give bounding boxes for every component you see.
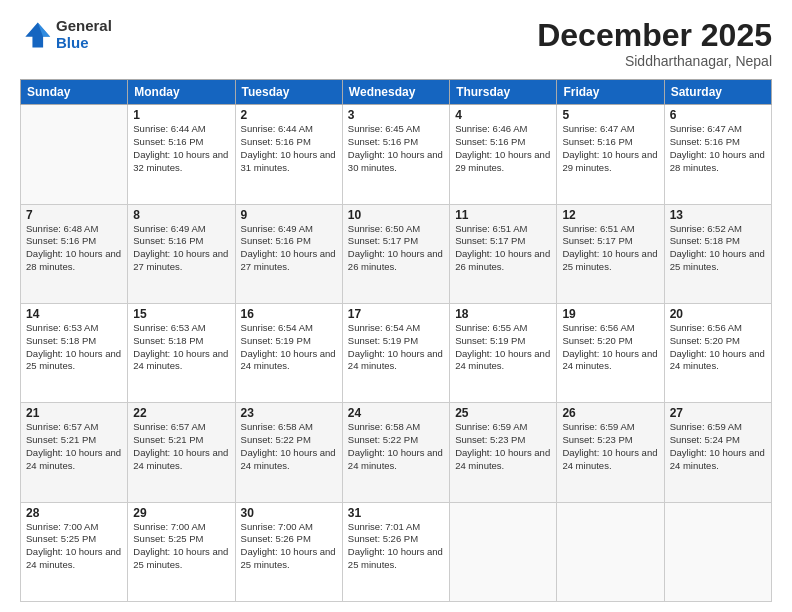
day-detail: Sunrise: 6:58 AMSunset: 5:22 PMDaylight:… xyxy=(348,421,444,472)
day-cell: 31Sunrise: 7:01 AMSunset: 5:26 PMDayligh… xyxy=(342,502,449,601)
day-detail: Sunrise: 6:54 AMSunset: 5:19 PMDaylight:… xyxy=(241,322,337,373)
day-detail: Sunrise: 6:49 AMSunset: 5:16 PMDaylight:… xyxy=(241,223,337,274)
day-cell: 26Sunrise: 6:59 AMSunset: 5:23 PMDayligh… xyxy=(557,403,664,502)
day-cell: 3Sunrise: 6:45 AMSunset: 5:16 PMDaylight… xyxy=(342,105,449,204)
day-detail: Sunrise: 6:57 AMSunset: 5:21 PMDaylight:… xyxy=(133,421,229,472)
day-detail: Sunrise: 6:59 AMSunset: 5:24 PMDaylight:… xyxy=(670,421,766,472)
header-day-sunday: Sunday xyxy=(21,80,128,105)
day-cell: 20Sunrise: 6:56 AMSunset: 5:20 PMDayligh… xyxy=(664,303,771,402)
day-detail: Sunrise: 6:52 AMSunset: 5:18 PMDaylight:… xyxy=(670,223,766,274)
day-cell: 17Sunrise: 6:54 AMSunset: 5:19 PMDayligh… xyxy=(342,303,449,402)
day-number: 21 xyxy=(26,406,122,420)
day-detail: Sunrise: 6:45 AMSunset: 5:16 PMDaylight:… xyxy=(348,123,444,174)
day-detail: Sunrise: 6:58 AMSunset: 5:22 PMDaylight:… xyxy=(241,421,337,472)
week-row-2: 14Sunrise: 6:53 AMSunset: 5:18 PMDayligh… xyxy=(21,303,772,402)
day-number: 17 xyxy=(348,307,444,321)
day-cell: 30Sunrise: 7:00 AMSunset: 5:26 PMDayligh… xyxy=(235,502,342,601)
day-cell: 21Sunrise: 6:57 AMSunset: 5:21 PMDayligh… xyxy=(21,403,128,502)
day-detail: Sunrise: 6:51 AMSunset: 5:17 PMDaylight:… xyxy=(562,223,658,274)
day-number: 13 xyxy=(670,208,766,222)
day-detail: Sunrise: 6:56 AMSunset: 5:20 PMDaylight:… xyxy=(670,322,766,373)
day-cell: 10Sunrise: 6:50 AMSunset: 5:17 PMDayligh… xyxy=(342,204,449,303)
day-number: 24 xyxy=(348,406,444,420)
title-block: December 2025 Siddharthanagar, Nepal xyxy=(537,18,772,69)
day-detail: Sunrise: 6:47 AMSunset: 5:16 PMDaylight:… xyxy=(562,123,658,174)
day-number: 18 xyxy=(455,307,551,321)
day-number: 26 xyxy=(562,406,658,420)
day-cell xyxy=(557,502,664,601)
day-number: 6 xyxy=(670,108,766,122)
day-number: 30 xyxy=(241,506,337,520)
day-detail: Sunrise: 6:51 AMSunset: 5:17 PMDaylight:… xyxy=(455,223,551,274)
day-detail: Sunrise: 6:46 AMSunset: 5:16 PMDaylight:… xyxy=(455,123,551,174)
day-number: 5 xyxy=(562,108,658,122)
day-cell: 7Sunrise: 6:48 AMSunset: 5:16 PMDaylight… xyxy=(21,204,128,303)
day-cell: 1Sunrise: 6:44 AMSunset: 5:16 PMDaylight… xyxy=(128,105,235,204)
day-cell: 5Sunrise: 6:47 AMSunset: 5:16 PMDaylight… xyxy=(557,105,664,204)
day-number: 14 xyxy=(26,307,122,321)
day-cell: 25Sunrise: 6:59 AMSunset: 5:23 PMDayligh… xyxy=(450,403,557,502)
day-number: 9 xyxy=(241,208,337,222)
day-number: 2 xyxy=(241,108,337,122)
day-number: 28 xyxy=(26,506,122,520)
logo-general-text: General xyxy=(56,18,112,35)
header-day-tuesday: Tuesday xyxy=(235,80,342,105)
day-detail: Sunrise: 6:48 AMSunset: 5:16 PMDaylight:… xyxy=(26,223,122,274)
day-number: 8 xyxy=(133,208,229,222)
logo-icon xyxy=(20,19,52,51)
day-number: 27 xyxy=(670,406,766,420)
day-cell xyxy=(664,502,771,601)
day-detail: Sunrise: 7:00 AMSunset: 5:25 PMDaylight:… xyxy=(133,521,229,572)
logo-text: General Blue xyxy=(56,18,112,51)
header-day-monday: Monday xyxy=(128,80,235,105)
logo: General Blue xyxy=(20,18,112,51)
header-day-thursday: Thursday xyxy=(450,80,557,105)
day-cell: 23Sunrise: 6:58 AMSunset: 5:22 PMDayligh… xyxy=(235,403,342,502)
logo-blue-text: Blue xyxy=(56,35,112,52)
calendar-table: SundayMondayTuesdayWednesdayThursdayFrid… xyxy=(20,79,772,602)
day-cell: 15Sunrise: 6:53 AMSunset: 5:18 PMDayligh… xyxy=(128,303,235,402)
day-cell: 13Sunrise: 6:52 AMSunset: 5:18 PMDayligh… xyxy=(664,204,771,303)
day-detail: Sunrise: 7:01 AMSunset: 5:26 PMDaylight:… xyxy=(348,521,444,572)
day-cell: 2Sunrise: 6:44 AMSunset: 5:16 PMDaylight… xyxy=(235,105,342,204)
day-cell: 28Sunrise: 7:00 AMSunset: 5:25 PMDayligh… xyxy=(21,502,128,601)
day-cell: 16Sunrise: 6:54 AMSunset: 5:19 PMDayligh… xyxy=(235,303,342,402)
day-cell: 19Sunrise: 6:56 AMSunset: 5:20 PMDayligh… xyxy=(557,303,664,402)
day-detail: Sunrise: 6:49 AMSunset: 5:16 PMDaylight:… xyxy=(133,223,229,274)
day-detail: Sunrise: 6:59 AMSunset: 5:23 PMDaylight:… xyxy=(562,421,658,472)
day-detail: Sunrise: 6:44 AMSunset: 5:16 PMDaylight:… xyxy=(241,123,337,174)
day-cell: 22Sunrise: 6:57 AMSunset: 5:21 PMDayligh… xyxy=(128,403,235,502)
day-detail: Sunrise: 6:59 AMSunset: 5:23 PMDaylight:… xyxy=(455,421,551,472)
day-number: 16 xyxy=(241,307,337,321)
day-number: 4 xyxy=(455,108,551,122)
day-detail: Sunrise: 6:56 AMSunset: 5:20 PMDaylight:… xyxy=(562,322,658,373)
day-detail: Sunrise: 6:47 AMSunset: 5:16 PMDaylight:… xyxy=(670,123,766,174)
location-subtitle: Siddharthanagar, Nepal xyxy=(537,53,772,69)
header-day-friday: Friday xyxy=(557,80,664,105)
day-detail: Sunrise: 6:57 AMSunset: 5:21 PMDaylight:… xyxy=(26,421,122,472)
day-number: 25 xyxy=(455,406,551,420)
day-detail: Sunrise: 7:00 AMSunset: 5:25 PMDaylight:… xyxy=(26,521,122,572)
day-cell: 11Sunrise: 6:51 AMSunset: 5:17 PMDayligh… xyxy=(450,204,557,303)
day-number: 19 xyxy=(562,307,658,321)
day-number: 3 xyxy=(348,108,444,122)
day-number: 10 xyxy=(348,208,444,222)
day-number: 15 xyxy=(133,307,229,321)
day-cell: 18Sunrise: 6:55 AMSunset: 5:19 PMDayligh… xyxy=(450,303,557,402)
day-cell: 4Sunrise: 6:46 AMSunset: 5:16 PMDaylight… xyxy=(450,105,557,204)
header-day-saturday: Saturday xyxy=(664,80,771,105)
header-day-wednesday: Wednesday xyxy=(342,80,449,105)
day-detail: Sunrise: 6:53 AMSunset: 5:18 PMDaylight:… xyxy=(133,322,229,373)
week-row-1: 7Sunrise: 6:48 AMSunset: 5:16 PMDaylight… xyxy=(21,204,772,303)
page: General Blue December 2025 Siddharthanag… xyxy=(0,0,792,612)
day-detail: Sunrise: 6:44 AMSunset: 5:16 PMDaylight:… xyxy=(133,123,229,174)
day-detail: Sunrise: 6:50 AMSunset: 5:17 PMDaylight:… xyxy=(348,223,444,274)
day-number: 31 xyxy=(348,506,444,520)
day-cell: 27Sunrise: 6:59 AMSunset: 5:24 PMDayligh… xyxy=(664,403,771,502)
week-row-4: 28Sunrise: 7:00 AMSunset: 5:25 PMDayligh… xyxy=(21,502,772,601)
week-row-3: 21Sunrise: 6:57 AMSunset: 5:21 PMDayligh… xyxy=(21,403,772,502)
day-cell xyxy=(21,105,128,204)
day-cell xyxy=(450,502,557,601)
day-number: 7 xyxy=(26,208,122,222)
day-cell: 9Sunrise: 6:49 AMSunset: 5:16 PMDaylight… xyxy=(235,204,342,303)
